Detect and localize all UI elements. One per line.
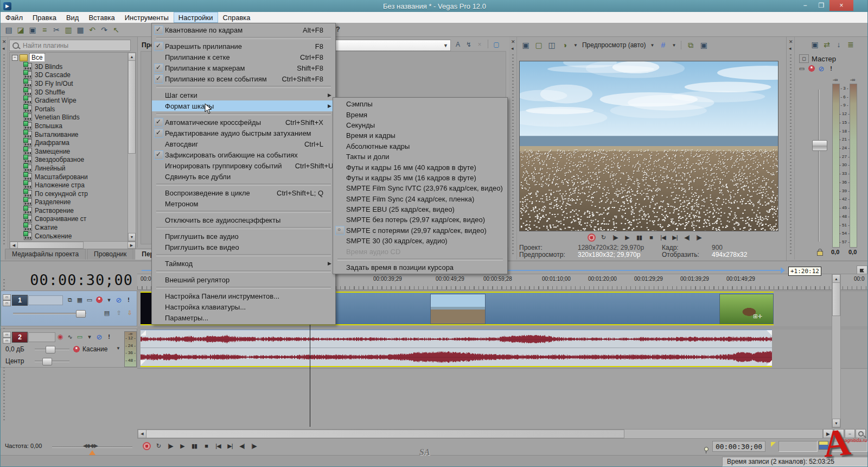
help-icon[interactable]: ?	[336, 25, 346, 35]
automation-mode[interactable]: Касание	[82, 345, 107, 353]
menu-item[interactable]: ▶	[156, 211, 331, 213]
timeline-hscrollbar[interactable]: ◀	[137, 429, 823, 439]
external-monitor-icon[interactable]: ▢	[532, 40, 545, 51]
project-properties-icon[interactable]: ≡	[39, 24, 50, 35]
menu-item[interactable]: Настройка Панели инструментов... ▶	[152, 291, 335, 301]
menu-item[interactable]: Отключить все аудиоспецэффекты ▶	[152, 214, 335, 225]
plugin-item[interactable]: Portals	[10, 105, 127, 113]
dropdown-icon[interactable]: ▾	[85, 332, 94, 341]
redo-icon[interactable]: ↷	[98, 24, 110, 35]
delete-preset-icon[interactable]: ×	[474, 40, 485, 49]
menu-item[interactable]: Прилипание к сетке Ctrl+F8 ▶	[152, 52, 335, 62]
menu-item[interactable]: Зафиксировать огибающие на событиях ▶	[152, 149, 335, 160]
restore-track-icon[interactable]: ▭	[3, 300, 11, 306]
plugin-item[interactable]: Диафрагма	[10, 138, 127, 147]
close-button[interactable]: ×	[829, 0, 853, 11]
next-frame-button[interactable]: |▶	[248, 441, 260, 451]
submenu-item[interactable]: SMPTE Film Sync (24 кадр/сек, пленка)	[333, 194, 507, 204]
go-to-end-button[interactable]: ▶|	[224, 441, 236, 451]
scrub-marker-icon[interactable]	[89, 450, 95, 455]
plugin-item[interactable]: Gradient Wipe	[10, 96, 127, 105]
play-from-start-button[interactable]: |▶	[164, 441, 176, 451]
menu-item[interactable]: Прилипание ко всем событиям Ctrl+Shift+F…	[152, 73, 335, 84]
scroll-right-icon[interactable]: ▶	[127, 242, 136, 249]
chevron-down-icon[interactable]: ▼	[116, 346, 120, 351]
menu-item[interactable]: Параметры... ▶	[152, 312, 335, 323]
dropdown-icon[interactable]: ▾	[104, 295, 114, 304]
menu-item[interactable]: Автосдвиг Ctrl+L ▶	[152, 138, 335, 149]
dim-output-icon[interactable]: ↓	[833, 39, 845, 50]
save-frame-icon[interactable]: ▣	[697, 40, 710, 51]
record-button[interactable]	[141, 441, 152, 451]
timeline-vscrollbar[interactable]: ▲ ▼	[832, 274, 841, 428]
menu-item[interactable]: Воспроизведение в цикле Ctrl+Shift+L; Q …	[152, 187, 335, 198]
menubar-item[interactable]: Файл	[1, 12, 28, 23]
menu-item[interactable]: ▶	[156, 37, 331, 39]
plugin-item[interactable]: 3D Blinds	[10, 62, 127, 71]
audio-track-header[interactable]: ▭ ▭ 2 ◉∿▭▾⊘! 0,0 дБ * Касание ▼ Центр -∞…	[1, 329, 137, 368]
plugin-item[interactable]: Скольжение	[10, 232, 127, 241]
deinterlace-icon[interactable]: ◫	[545, 40, 558, 51]
menu-item[interactable]: ▶	[156, 254, 331, 256]
plugin-item[interactable]: Вспышка	[10, 122, 127, 130]
fade-out-handle[interactable]	[767, 330, 772, 336]
plugin-item[interactable]: 3D Shuffle	[10, 88, 127, 97]
track-number-badge[interactable]: 1	[12, 295, 28, 306]
submenu-item[interactable]: Время	[333, 109, 507, 119]
close-panel-icon[interactable]: ✕	[2, 39, 7, 45]
lock-icon[interactable]	[817, 251, 823, 256]
tree-vscrollbar[interactable]: ▲ ▼	[127, 52, 136, 242]
region-marker-icon[interactable]	[771, 442, 776, 447]
arm-record-icon[interactable]: ◉	[55, 332, 65, 341]
submenu-item[interactable]: SMPTE 30 (30 кадр/сек, аудио)	[333, 236, 507, 246]
transitions-panel-grip[interactable]: ✕ ◂	[1, 37, 8, 248]
pin-panel-icon[interactable]: ◂	[789, 46, 792, 51]
restore-track-icon[interactable]: ▭	[3, 338, 11, 344]
loop-playback-button[interactable]: ↻	[152, 441, 164, 451]
go-to-start-button[interactable]: |◀	[657, 232, 669, 242]
volume-value[interactable]: 0,0 дБ	[5, 345, 24, 353]
menu-item[interactable]: ▶	[156, 270, 331, 273]
menu-item[interactable]: Метроном ▶	[152, 198, 335, 209]
track-name-field[interactable]	[28, 295, 63, 305]
automation-gear-icon[interactable]: *	[72, 345, 81, 354]
plugin-item[interactable]: Звездообразное	[10, 156, 127, 165]
next-frame-button[interactable]: |▶	[693, 232, 705, 242]
menu-item[interactable]: Автоматические кроссфейды Ctrl+Shift+X ▶	[152, 117, 335, 128]
menu-item[interactable]: Формат шкалы ▶	[152, 100, 335, 111]
menubar-item[interactable]: Правка	[28, 12, 61, 23]
scroll-left-icon[interactable]: ◀	[10, 242, 18, 249]
bypass-motion-blur-icon[interactable]: ⧉	[65, 295, 75, 304]
prev-frame-button[interactable]: ◀|	[236, 441, 248, 451]
plugin-item[interactable]: Наложение стра	[10, 181, 127, 190]
solo-icon[interactable]: !	[826, 64, 836, 73]
pin-panel-icon[interactable]: ◂	[2, 46, 5, 51]
menu-item[interactable]: ▶	[156, 113, 331, 115]
tree-hscrollbar[interactable]: ◀ ▶	[9, 241, 136, 249]
menu-item[interactable]: Шаг сетки ▶	[152, 90, 335, 100]
loop-playback-button[interactable]: ↻	[597, 232, 609, 242]
volume-handle[interactable]	[46, 346, 55, 354]
plugin-item[interactable]: 3D Fly In/Out	[10, 79, 127, 88]
undo-icon[interactable]: ↶	[86, 24, 98, 35]
pause-button[interactable]: ▮▮	[188, 441, 200, 451]
pin-time-icon[interactable]	[704, 447, 708, 452]
paste-icon[interactable]: ▦	[74, 24, 86, 35]
cut-icon[interactable]: ✂	[50, 24, 62, 35]
menu-item[interactable]: Прилипание к маркерам Shift+F8 ▶	[152, 62, 335, 73]
chevron-down-icon[interactable]: ▼	[573, 43, 578, 48]
chevron-down-icon[interactable]: ▼	[650, 43, 654, 48]
record-button[interactable]	[585, 232, 597, 242]
play-button[interactable]: ▶	[621, 232, 633, 242]
fade-handle[interactable]	[141, 360, 146, 365]
submenu-item[interactable]: Время и кадры	[333, 130, 507, 141]
submenu-item[interactable]: Задать время в позиции курсора	[333, 262, 507, 273]
menu-item[interactable]: ▶	[156, 227, 331, 229]
collapse-icon[interactable]: −	[12, 55, 18, 61]
menu-item[interactable]: Приглушить все аудио ▶	[152, 231, 335, 242]
video-track-header[interactable]: ▭ ▭ 1 ⧉▦▭*▾⊘! ▤ ⇧ ⇩	[1, 291, 137, 326]
master-bus-icon[interactable]: ◻	[799, 54, 809, 63]
cursor-time-field[interactable]: 00:00:30;00	[712, 441, 765, 452]
prev-frame-button[interactable]: ◀|	[681, 232, 693, 242]
master-fader-handle[interactable]	[812, 140, 827, 151]
